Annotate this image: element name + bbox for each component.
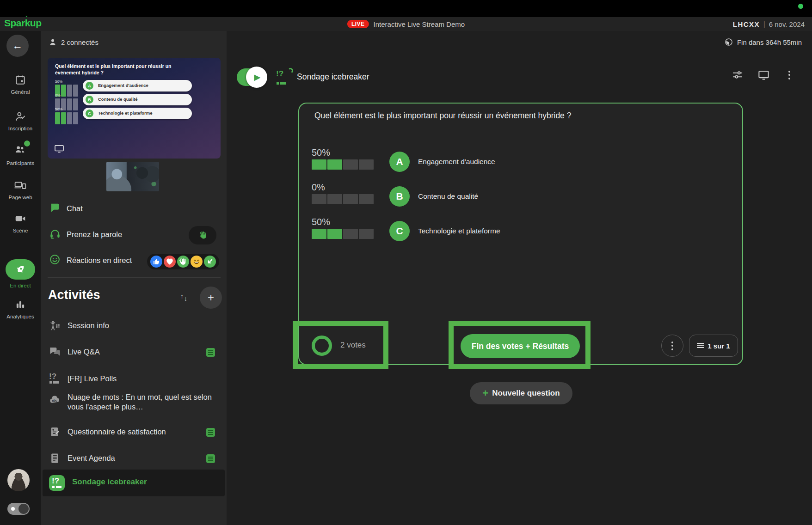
preview-option-c: 50% C Technologie et plateforme bbox=[48, 107, 221, 119]
poll-option-c: 50% C Technologie et plateforme bbox=[299, 217, 744, 249]
poll-option-a: 50% A Engagement d'audience bbox=[299, 147, 744, 180]
sort-button[interactable]: ↑↓ bbox=[179, 293, 191, 305]
qa-bubbles-icon bbox=[49, 346, 61, 358]
event-info: LHCXX | 6 nov. 2024 bbox=[733, 17, 805, 31]
activity-play-toggle[interactable]: ▶ bbox=[237, 68, 264, 86]
sidebar-item-general[interactable]: Général bbox=[0, 74, 41, 95]
smiley-icon bbox=[49, 254, 61, 265]
list-badge-icon bbox=[206, 348, 215, 357]
add-activity-button[interactable]: + bbox=[200, 287, 222, 309]
video-thumbnail[interactable] bbox=[106, 162, 159, 191]
toggle-knob bbox=[18, 504, 29, 514]
activity-live-qa[interactable]: Live Q&A bbox=[41, 345, 227, 360]
present-display-button[interactable] bbox=[757, 68, 770, 82]
back-button[interactable]: ← bbox=[6, 35, 29, 57]
activity-label: Nuage de mots : En un mot, quel est selo… bbox=[68, 392, 212, 412]
new-question-label: Nouvelle question bbox=[492, 389, 560, 398]
activity-event-agenda[interactable]: Event Agenda bbox=[41, 451, 227, 467]
live-panel: 2 connectés Quel élément est le plus imp… bbox=[41, 31, 227, 525]
activity-live-polls[interactable]: [FR] Live Polls bbox=[41, 372, 227, 387]
clap-reaction[interactable] bbox=[177, 256, 189, 268]
person-check-icon bbox=[14, 110, 26, 122]
more-options-button[interactable] bbox=[782, 68, 796, 82]
reactions-strip bbox=[147, 254, 219, 269]
sidebar-item-page-web[interactable]: Page web bbox=[0, 179, 41, 200]
svg-text:abc: abc bbox=[52, 399, 57, 402]
preview-option-b: 0% B Contenu de qualité bbox=[48, 93, 221, 105]
calendar-icon bbox=[14, 74, 26, 86]
sparkup-logo: Sparkup bbox=[4, 18, 42, 29]
result-bar bbox=[312, 194, 374, 204]
sidebar-item-label: Scène bbox=[13, 228, 28, 233]
sidebar-item-analytiques[interactable]: Analytiques bbox=[0, 299, 41, 319]
reactions-label: Réactions en direct bbox=[67, 256, 132, 265]
devices-icon bbox=[14, 179, 27, 191]
activity-session-info[interactable]: Session info bbox=[41, 318, 227, 334]
list-badge-icon bbox=[206, 428, 215, 437]
settings-sliders-button[interactable] bbox=[731, 68, 744, 82]
new-question-button[interactable]: + Nouvelle question bbox=[470, 382, 572, 404]
laugh-reaction[interactable] bbox=[191, 256, 203, 268]
recording-indicator-dot bbox=[798, 4, 803, 9]
activity-sondage-icebreaker[interactable]: Sondage icebreaker bbox=[43, 470, 225, 496]
display-icon[interactable] bbox=[54, 145, 64, 153]
user-avatar[interactable] bbox=[7, 469, 30, 491]
nav-rail: ← Général Inscription Participants Page … bbox=[0, 31, 41, 525]
raise-hand-button[interactable] bbox=[189, 226, 216, 244]
connected-status: 2 connectés bbox=[48, 37, 98, 47]
agenda-document-icon bbox=[49, 452, 61, 464]
preview-option-pill: B Contenu de qualité bbox=[83, 94, 192, 105]
poll-question: Quel élément est le plus important pour … bbox=[314, 111, 731, 121]
sidebar-item-label: Page web bbox=[8, 195, 32, 200]
preview-question: Quel élément est le plus important pour … bbox=[55, 63, 187, 76]
hand-icon bbox=[197, 229, 209, 242]
poll-title: Sondage icebreaker bbox=[297, 72, 369, 82]
preview-option-label: Technologie et plateforme bbox=[98, 110, 153, 116]
main-content: Fin dans 364h 55min ▶ Sondage icebreaker… bbox=[227, 31, 812, 525]
activity-label: Sondage icebreaker bbox=[72, 477, 147, 487]
sidebar-item-scene[interactable]: Scène bbox=[0, 213, 41, 233]
activity-label: Questionnaire de satisfaction bbox=[68, 427, 166, 436]
thumbs-up-reaction[interactable] bbox=[150, 256, 162, 268]
end-votes-button[interactable]: Fin des votes + Résultats bbox=[461, 334, 580, 358]
sidebar-item-inscription[interactable]: Inscription bbox=[0, 110, 41, 131]
preview-result-bar bbox=[55, 112, 78, 124]
poll-icon bbox=[49, 475, 65, 491]
active-nav-pill bbox=[6, 259, 35, 280]
arrow-down-left-reaction[interactable] bbox=[204, 256, 216, 268]
presence-dot bbox=[24, 140, 30, 147]
sidebar-item-en-direct[interactable]: En direct bbox=[0, 259, 41, 288]
connected-count: 2 connectés bbox=[61, 38, 98, 46]
preview-option-label: Engagement d'audience bbox=[98, 83, 148, 88]
chat-bubble-icon bbox=[49, 202, 61, 214]
option-percent: 50% bbox=[312, 217, 330, 227]
option-letter-badge: B bbox=[86, 96, 93, 104]
stage-preview[interactable]: Quel élément est le plus important pour … bbox=[48, 58, 221, 159]
theme-toggle[interactable] bbox=[7, 503, 30, 515]
live-reactions-row[interactable]: Réactions en direct bbox=[41, 253, 227, 271]
bar-chart-icon bbox=[14, 299, 26, 311]
take-the-floor-row[interactable]: Prenez la parole bbox=[41, 227, 227, 245]
stream-title: Interactive Live Stream Demo bbox=[374, 20, 465, 28]
card-more-options-button[interactable] bbox=[661, 335, 683, 357]
sun-icon bbox=[11, 507, 15, 511]
result-bar bbox=[312, 229, 374, 239]
word-cloud-icon: abc bbox=[49, 393, 61, 406]
separator: | bbox=[763, 20, 765, 28]
person-icon bbox=[48, 37, 57, 47]
preview-percent: 0% bbox=[55, 93, 61, 98]
speak-label: Prenez la parole bbox=[67, 230, 122, 239]
question-pagination[interactable]: 1 sur 1 bbox=[689, 335, 738, 357]
heart-reaction[interactable] bbox=[164, 256, 176, 268]
sidebar-item-participants[interactable]: Participants bbox=[0, 143, 41, 166]
activity-label: [FR] Live Polls bbox=[68, 374, 117, 383]
live-badge: LIVE bbox=[347, 20, 369, 28]
pagination-label: 1 sur 1 bbox=[707, 342, 730, 350]
activity-word-cloud[interactable]: abc Nuage de mots : En un mot, quel est … bbox=[41, 392, 227, 416]
chat-row[interactable]: Chat bbox=[41, 201, 227, 220]
videocam-icon bbox=[14, 213, 26, 225]
activity-satisfaction-survey[interactable]: Questionnaire de satisfaction bbox=[41, 425, 227, 440]
option-label: Contenu de qualité bbox=[418, 192, 478, 201]
tune-icon bbox=[732, 69, 744, 81]
app-bar: Sparkup LIVE Interactive Live Stream Dem… bbox=[0, 17, 812, 31]
